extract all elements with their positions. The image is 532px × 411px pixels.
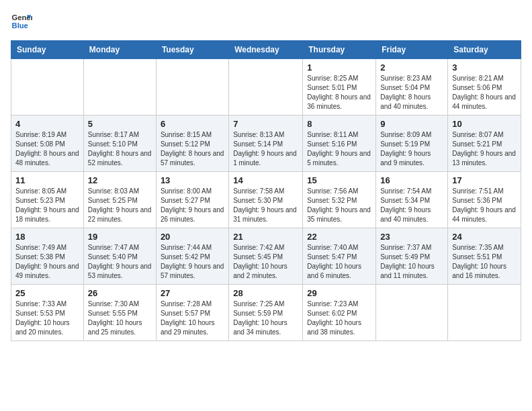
- day-info: Sunrise: 7:47 AMSunset: 5:40 PMDaylight:…: [88, 243, 152, 281]
- day-info: Sunrise: 8:13 AMSunset: 5:14 PMDaylight:…: [233, 130, 298, 168]
- calendar-cell: 2Sunrise: 8:23 AMSunset: 5:04 PMDaylight…: [376, 59, 448, 116]
- day-info: Sunrise: 7:25 AMSunset: 5:59 PMDaylight:…: [233, 300, 298, 337]
- day-number: 8: [307, 119, 371, 129]
- day-number: 20: [161, 232, 224, 242]
- day-info: Sunrise: 7:51 AMSunset: 5:36 PMDaylight:…: [452, 187, 517, 224]
- day-number: 18: [15, 232, 79, 242]
- day-number: 9: [380, 119, 443, 129]
- day-number: 11: [15, 175, 79, 185]
- day-number: 3: [452, 62, 517, 73]
- day-info: Sunrise: 7:54 AMSunset: 5:34 PMDaylight:…: [380, 187, 443, 224]
- calendar-cell: 3Sunrise: 8:21 AMSunset: 5:06 PMDaylight…: [448, 59, 521, 116]
- calendar-cell: [11, 59, 84, 116]
- weekday-header-row: SundayMondayTuesdayWednesdayThursdayFrid…: [11, 41, 521, 59]
- day-info: Sunrise: 8:23 AMSunset: 5:04 PMDaylight:…: [380, 74, 443, 111]
- day-number: 5: [88, 119, 152, 129]
- calendar-week-1: 1Sunrise: 8:25 AMSunset: 5:01 PMDaylight…: [11, 59, 521, 116]
- calendar-week-3: 11Sunrise: 8:05 AMSunset: 5:23 PMDayligh…: [11, 172, 521, 228]
- day-info: Sunrise: 8:19 AMSunset: 5:08 PMDaylight:…: [15, 130, 79, 168]
- calendar-week-2: 4Sunrise: 8:19 AMSunset: 5:08 PMDaylight…: [11, 116, 521, 172]
- calendar-cell: 12Sunrise: 8:03 AMSunset: 5:25 PMDayligh…: [83, 172, 156, 228]
- day-number: 25: [15, 288, 79, 298]
- day-number: 23: [380, 232, 443, 242]
- day-info: Sunrise: 8:21 AMSunset: 5:06 PMDaylight:…: [452, 74, 517, 111]
- calendar-body: 1Sunrise: 8:25 AMSunset: 5:01 PMDaylight…: [11, 59, 521, 341]
- day-info: Sunrise: 7:56 AMSunset: 5:32 PMDaylight:…: [307, 187, 371, 224]
- calendar-cell: 29Sunrise: 7:23 AMSunset: 6:02 PMDayligh…: [303, 285, 376, 341]
- day-number: 17: [452, 175, 517, 185]
- calendar-cell: 7Sunrise: 8:13 AMSunset: 5:14 PMDaylight…: [229, 116, 303, 172]
- day-number: 2: [380, 62, 443, 73]
- weekday-header-friday: Friday: [376, 41, 448, 59]
- calendar-week-4: 18Sunrise: 7:49 AMSunset: 5:38 PMDayligh…: [11, 228, 521, 285]
- day-number: 28: [233, 288, 298, 298]
- day-info: Sunrise: 7:28 AMSunset: 5:57 PMDaylight:…: [161, 300, 224, 337]
- calendar-cell: [83, 59, 156, 116]
- weekday-header-tuesday: Tuesday: [156, 41, 228, 59]
- day-info: Sunrise: 7:40 AMSunset: 5:47 PMDaylight:…: [307, 243, 371, 281]
- calendar-cell: 21Sunrise: 7:42 AMSunset: 5:45 PMDayligh…: [229, 228, 303, 285]
- calendar-cell: 17Sunrise: 7:51 AMSunset: 5:36 PMDayligh…: [448, 172, 521, 228]
- calendar-cell: 13Sunrise: 8:00 AMSunset: 5:27 PMDayligh…: [156, 172, 228, 228]
- day-number: 10: [452, 119, 517, 129]
- day-number: 24: [452, 232, 517, 242]
- day-info: Sunrise: 8:07 AMSunset: 5:21 PMDaylight:…: [452, 130, 517, 168]
- calendar-cell: [156, 59, 228, 116]
- day-info: Sunrise: 7:49 AMSunset: 5:38 PMDaylight:…: [15, 243, 79, 281]
- day-info: Sunrise: 8:25 AMSunset: 5:01 PMDaylight:…: [307, 74, 371, 111]
- calendar-cell: 6Sunrise: 8:15 AMSunset: 5:12 PMDaylight…: [156, 116, 228, 172]
- calendar-table: SundayMondayTuesdayWednesdayThursdayFrid…: [11, 40, 521, 341]
- calendar-cell: 25Sunrise: 7:33 AMSunset: 5:53 PMDayligh…: [11, 285, 84, 341]
- calendar-cell: 19Sunrise: 7:47 AMSunset: 5:40 PMDayligh…: [83, 228, 156, 285]
- day-number: 15: [307, 175, 371, 185]
- logo: General Blue: [11, 11, 32, 32]
- weekday-header-thursday: Thursday: [303, 41, 376, 59]
- calendar-cell: 9Sunrise: 8:09 AMSunset: 5:19 PMDaylight…: [376, 116, 448, 172]
- day-info: Sunrise: 8:03 AMSunset: 5:25 PMDaylight:…: [88, 187, 152, 224]
- calendar-cell: 10Sunrise: 8:07 AMSunset: 5:21 PMDayligh…: [448, 116, 521, 172]
- day-info: Sunrise: 7:33 AMSunset: 5:53 PMDaylight:…: [15, 300, 79, 337]
- weekday-header-wednesday: Wednesday: [229, 41, 303, 59]
- day-number: 6: [161, 119, 224, 129]
- day-number: 27: [161, 288, 224, 298]
- day-info: Sunrise: 8:05 AMSunset: 5:23 PMDaylight:…: [15, 187, 79, 224]
- calendar-cell: 4Sunrise: 8:19 AMSunset: 5:08 PMDaylight…: [11, 116, 84, 172]
- day-info: Sunrise: 7:42 AMSunset: 5:45 PMDaylight:…: [233, 243, 298, 281]
- day-number: 29: [307, 288, 371, 298]
- day-number: 22: [307, 232, 371, 242]
- page-header: General Blue: [11, 11, 521, 32]
- calendar-cell: 24Sunrise: 7:35 AMSunset: 5:51 PMDayligh…: [448, 228, 521, 285]
- day-number: 21: [233, 232, 298, 242]
- day-info: Sunrise: 7:58 AMSunset: 5:30 PMDaylight:…: [233, 187, 298, 224]
- day-info: Sunrise: 8:15 AMSunset: 5:12 PMDaylight:…: [161, 130, 224, 168]
- day-info: Sunrise: 8:11 AMSunset: 5:16 PMDaylight:…: [307, 130, 371, 168]
- calendar-cell: 8Sunrise: 8:11 AMSunset: 5:16 PMDaylight…: [303, 116, 376, 172]
- calendar-cell: [229, 59, 303, 116]
- day-info: Sunrise: 7:44 AMSunset: 5:42 PMDaylight:…: [161, 243, 224, 281]
- day-number: 7: [233, 119, 298, 129]
- day-info: Sunrise: 7:23 AMSunset: 6:02 PMDaylight:…: [307, 300, 371, 337]
- weekday-header-saturday: Saturday: [448, 41, 521, 59]
- day-info: Sunrise: 8:17 AMSunset: 5:10 PMDaylight:…: [88, 130, 152, 168]
- day-number: 4: [15, 119, 79, 129]
- svg-text:Blue: Blue: [12, 21, 28, 30]
- calendar-cell: 16Sunrise: 7:54 AMSunset: 5:34 PMDayligh…: [376, 172, 448, 228]
- calendar-week-5: 25Sunrise: 7:33 AMSunset: 5:53 PMDayligh…: [11, 285, 521, 341]
- day-number: 1: [307, 62, 371, 73]
- calendar-cell: 11Sunrise: 8:05 AMSunset: 5:23 PMDayligh…: [11, 172, 84, 228]
- day-number: 16: [380, 175, 443, 185]
- calendar-cell: 15Sunrise: 7:56 AMSunset: 5:32 PMDayligh…: [303, 172, 376, 228]
- day-number: 12: [88, 175, 152, 185]
- calendar-cell: 27Sunrise: 7:28 AMSunset: 5:57 PMDayligh…: [156, 285, 228, 341]
- weekday-header-sunday: Sunday: [11, 41, 84, 59]
- calendar-cell: 14Sunrise: 7:58 AMSunset: 5:30 PMDayligh…: [229, 172, 303, 228]
- calendar-cell: 22Sunrise: 7:40 AMSunset: 5:47 PMDayligh…: [303, 228, 376, 285]
- day-info: Sunrise: 8:00 AMSunset: 5:27 PMDaylight:…: [161, 187, 224, 224]
- calendar-cell: [448, 285, 521, 341]
- day-number: 19: [88, 232, 152, 242]
- calendar-cell: 26Sunrise: 7:30 AMSunset: 5:55 PMDayligh…: [83, 285, 156, 341]
- day-info: Sunrise: 7:30 AMSunset: 5:55 PMDaylight:…: [88, 300, 152, 337]
- logo-icon: General Blue: [11, 11, 32, 32]
- day-info: Sunrise: 7:37 AMSunset: 5:49 PMDaylight:…: [380, 243, 443, 281]
- day-info: Sunrise: 7:35 AMSunset: 5:51 PMDaylight:…: [452, 243, 517, 281]
